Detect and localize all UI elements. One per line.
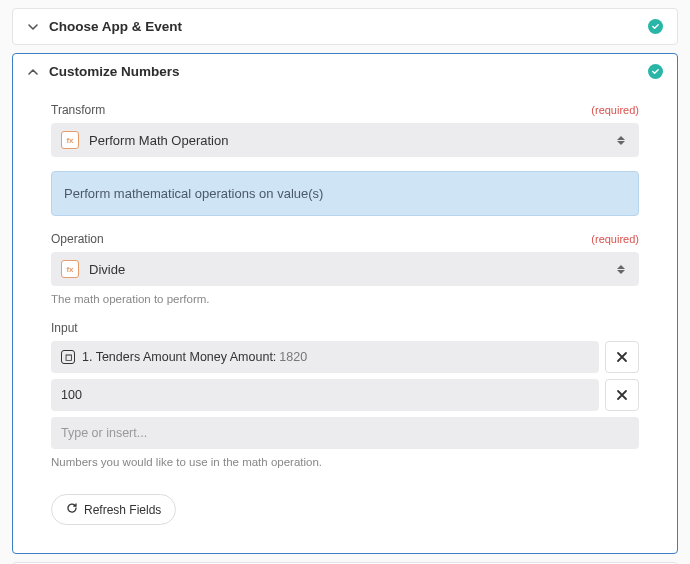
section-body: Transform (required) fx Perform Math Ope…: [13, 89, 677, 553]
refresh-fields-button[interactable]: Refresh Fields: [51, 494, 176, 525]
required-tag: (required): [591, 233, 639, 245]
operation-select[interactable]: fx Divide: [51, 252, 639, 286]
input-value-1[interactable]: ◻ 1. Tenders Amount Money Amount: 1820: [51, 341, 599, 373]
refresh-icon: [66, 502, 78, 517]
section-title: Customize Numbers: [49, 64, 648, 79]
formatter-icon: fx: [61, 260, 79, 278]
section-choose-app[interactable]: Choose App & Event: [12, 8, 678, 45]
required-tag: (required): [591, 104, 639, 116]
input-row-1: ◻ 1. Tenders Amount Money Amount: 1820: [51, 341, 639, 373]
input-pill-value: 1820: [279, 350, 307, 364]
chevron-up-icon: [27, 66, 39, 78]
sort-icon: [613, 261, 629, 277]
input-help: Numbers you would like to use in the mat…: [51, 456, 639, 468]
section-header[interactable]: Customize Numbers: [13, 54, 677, 89]
remove-input-button[interactable]: [605, 379, 639, 411]
section-header[interactable]: Choose App & Event: [13, 9, 677, 44]
refresh-label: Refresh Fields: [84, 503, 161, 517]
step-icon: ◻: [61, 350, 75, 364]
chevron-down-icon: [27, 21, 39, 33]
input-pill-label: 1. Tenders Amount Money Amount:: [82, 350, 276, 364]
input-value-2[interactable]: 100: [51, 379, 599, 411]
check-icon: [648, 64, 663, 79]
input-label: Input: [51, 321, 639, 335]
formatter-icon: fx: [61, 131, 79, 149]
operation-label-row: Operation (required): [51, 232, 639, 246]
input-row-placeholder: Type or insert...: [51, 417, 639, 449]
operation-help: The math operation to perform.: [51, 293, 639, 305]
transform-info: Perform mathematical operations on value…: [51, 171, 639, 216]
operation-value: Divide: [89, 262, 613, 277]
check-icon: [648, 19, 663, 34]
input-row-2: 100: [51, 379, 639, 411]
input-label-row: Input: [51, 321, 639, 335]
section-customize-numbers: Customize Numbers Transform (required) f…: [12, 53, 678, 554]
transform-select[interactable]: fx Perform Math Operation: [51, 123, 639, 157]
sort-icon: [613, 132, 629, 148]
input-text: 100: [61, 388, 82, 402]
remove-input-button[interactable]: [605, 341, 639, 373]
transform-value: Perform Math Operation: [89, 133, 613, 148]
operation-label: Operation: [51, 232, 591, 246]
input-placeholder[interactable]: Type or insert...: [51, 417, 639, 449]
transform-label-row: Transform (required): [51, 103, 639, 117]
transform-label: Transform: [51, 103, 591, 117]
section-title: Choose App & Event: [49, 19, 648, 34]
